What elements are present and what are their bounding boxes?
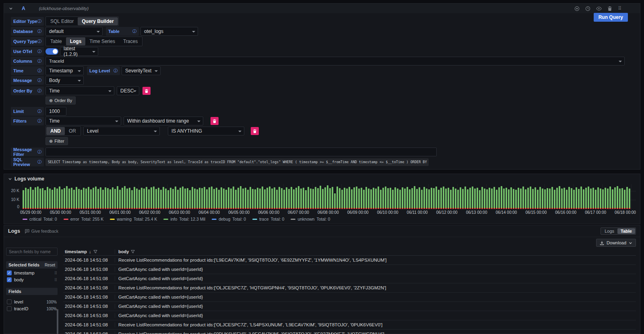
filter1-field-select[interactable]: Time xyxy=(45,117,121,125)
legend-item[interactable]: infoTotal: 12.3 Mil xyxy=(163,217,205,221)
remove-query-icon[interactable] xyxy=(607,6,612,11)
info-icon[interactable]: ⓘ xyxy=(37,49,41,54)
reset-fields-button[interactable]: Reset xyxy=(45,263,55,267)
remove-filter1-button[interactable] xyxy=(211,117,219,125)
view-logs-option[interactable]: Logs xyxy=(601,228,617,234)
info-icon[interactable]: ⓘ xyxy=(37,109,41,114)
legend-item[interactable]: errorTotal: 255 K xyxy=(64,217,104,221)
table-row[interactable]: 2024-06-18 14:51:08GetCartAsync called w… xyxy=(63,302,636,311)
view-table-option[interactable]: Table xyxy=(617,228,635,234)
hide-response-icon[interactable] xyxy=(596,6,602,11)
volume-bar xyxy=(216,188,217,209)
table-select[interactable]: otel_logs xyxy=(140,27,198,36)
table-row[interactable]: 2024-06-18 14:51:08Receive ListRecommend… xyxy=(63,256,636,265)
legend-item[interactable]: traceTotal: 0 xyxy=(252,217,284,221)
query-row-header: A (clickhouse-observability) ⠿ xyxy=(4,4,640,13)
database-select[interactable]: default xyxy=(45,27,103,36)
info-icon[interactable]: ⓘ xyxy=(37,118,41,124)
volume-bar xyxy=(621,188,623,209)
body-cell: Receive ListRecommendations for product … xyxy=(115,332,636,334)
log-level-select[interactable]: SeverityText xyxy=(122,66,161,75)
volume-bar xyxy=(554,190,555,209)
table-row[interactable]: 2024-06-18 14:51:08GetCartAsync called w… xyxy=(63,293,636,302)
filter-funnel-icon[interactable] xyxy=(131,250,135,254)
table-row[interactable]: 2024-06-18 14:51:08GetCartAsync called w… xyxy=(63,274,636,283)
level-checkbox[interactable] xyxy=(7,299,12,304)
volume-bar xyxy=(288,189,290,209)
table-row[interactable]: 2024-06-18 14:51:08GetCartAsync called w… xyxy=(63,265,636,274)
legend-item[interactable]: criticalTotal: 0 xyxy=(23,217,57,221)
info-icon[interactable]: ⓘ xyxy=(114,68,118,74)
timestamp-checkbox[interactable]: ✓ xyxy=(7,270,12,275)
volume-bar xyxy=(341,190,343,209)
scrollbar-thumb[interactable] xyxy=(57,309,58,334)
filter2-field-select[interactable]: Level xyxy=(83,127,160,135)
filter-funnel-icon[interactable] xyxy=(93,250,97,254)
or-option[interactable]: OR xyxy=(65,127,80,135)
legend-total: Total: 0 xyxy=(43,217,57,221)
query-builder-option[interactable]: Query Builder xyxy=(78,17,118,25)
legend-item[interactable]: unknownTotal: 0 xyxy=(291,217,330,221)
body-checkbox[interactable]: ✓ xyxy=(7,277,12,282)
add-order-by-row: ⊕Order By xyxy=(11,96,640,105)
info-icon[interactable]: ⓘ xyxy=(37,149,41,155)
message-filter-input[interactable] xyxy=(45,148,437,156)
remove-order-by-button[interactable] xyxy=(142,87,151,95)
tab-traces[interactable]: Traces xyxy=(119,37,142,45)
info-icon[interactable]: ⓘ xyxy=(37,88,41,94)
filter1-operator-select[interactable]: Within dashboard time range xyxy=(124,117,203,125)
legend-item[interactable]: warningTotal: 25.4 K xyxy=(110,217,157,221)
limit-input[interactable] xyxy=(45,107,66,116)
info-icon[interactable]: ⓘ xyxy=(37,78,41,83)
run-query-button[interactable]: Run Query xyxy=(594,13,628,22)
sort-desc-icon[interactable]: ↓ xyxy=(89,249,91,254)
order-by-field-select[interactable]: Time xyxy=(45,86,114,95)
and-option[interactable]: AND xyxy=(46,127,65,135)
create-alert-icon[interactable] xyxy=(574,6,580,11)
plus-circle-icon: ⊕ xyxy=(49,98,53,103)
download-button[interactable]: Download xyxy=(596,239,636,247)
tab-table[interactable]: Table xyxy=(46,37,66,45)
sql-editor-option[interactable]: SQL Editor xyxy=(46,17,78,25)
give-feedback-link[interactable]: Give feedback xyxy=(25,229,58,234)
info-icon[interactable]: ⓘ xyxy=(37,39,41,44)
logs-view-toggle: Logs Table xyxy=(601,227,636,235)
otel-version-select[interactable]: latest (1.2.9) xyxy=(60,47,98,56)
legend-item[interactable]: debugTotal: 0 xyxy=(212,217,246,221)
info-icon[interactable]: ⓘ xyxy=(132,29,136,34)
duplicate-query-icon[interactable] xyxy=(585,6,590,11)
info-icon[interactable]: ⓘ xyxy=(37,29,41,34)
table-row[interactable]: 2024-06-18 14:51:08Receive ListRecommend… xyxy=(63,330,636,334)
add-order-by-button[interactable]: ⊕Order By xyxy=(45,96,76,105)
info-icon[interactable]: ⓘ xyxy=(37,68,41,74)
order-direction-select[interactable]: DESC xyxy=(117,86,139,95)
traceid-checkbox[interactable] xyxy=(7,306,12,311)
columns-multiselect[interactable]: TraceId xyxy=(45,57,625,66)
otel-toggle[interactable] xyxy=(45,48,58,55)
info-icon[interactable]: ⓘ xyxy=(37,58,41,64)
collapse-volume-icon[interactable] xyxy=(8,177,12,181)
volume-bar xyxy=(305,190,307,209)
time-column-select[interactable]: Timestamp xyxy=(45,66,84,75)
search-fields-input[interactable] xyxy=(6,248,58,256)
drag-handle-icon[interactable]: ⠿ xyxy=(54,271,57,275)
remove-filter2-button[interactable] xyxy=(251,127,259,135)
info-icon[interactable]: ⓘ xyxy=(37,159,41,165)
filter2-operator-select[interactable]: IS ANYTHING xyxy=(168,127,244,135)
timestamp-column-header[interactable]: timestamp ↓ xyxy=(63,249,115,254)
tab-logs[interactable]: Logs xyxy=(66,37,86,45)
collapse-query-icon[interactable] xyxy=(9,6,13,10)
add-filter-button[interactable]: ⊕Filter xyxy=(45,137,68,145)
table-row[interactable]: 2024-06-18 14:51:08GetCartAsync called w… xyxy=(63,311,636,320)
message-column-select[interactable]: Body xyxy=(45,76,84,85)
info-icon[interactable]: ⓘ xyxy=(37,18,41,24)
table-row[interactable]: 2024-06-18 14:51:08Receive ListRecommend… xyxy=(63,320,636,330)
legend-label: error xyxy=(70,217,79,221)
drag-handle-icon[interactable]: ⠿ xyxy=(54,278,57,282)
drag-handle-icon[interactable]: ⠿ xyxy=(618,6,621,11)
body-column-header[interactable]: body xyxy=(115,249,636,254)
volume-bar xyxy=(445,189,447,209)
tab-time-series[interactable]: Time Series xyxy=(85,37,119,45)
table-row[interactable]: 2024-06-18 14:51:08Receive ListRecommend… xyxy=(63,283,636,293)
volume-bar xyxy=(477,188,478,209)
